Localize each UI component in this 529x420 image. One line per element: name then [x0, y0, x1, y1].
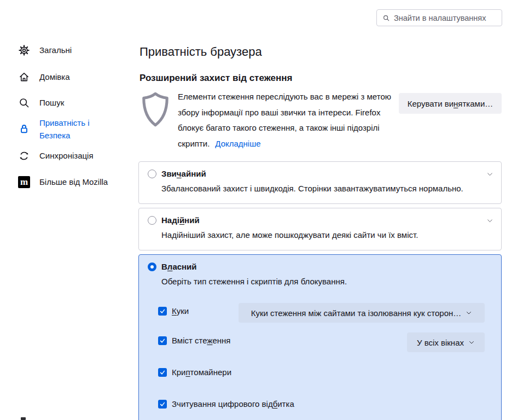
- sidebar-item-general[interactable]: Загальні: [18, 44, 72, 56]
- sidebar-item-label: Більше від Mozilla: [39, 176, 108, 188]
- chevron-down-icon: [466, 310, 472, 316]
- sidebar-item-label: Загальні: [39, 44, 72, 56]
- button-label-post: ятками…: [458, 99, 493, 108]
- button-label-accesskey: н: [454, 99, 458, 108]
- cookies-checkbox[interactable]: [158, 307, 167, 316]
- cookies-label: Куки: [172, 306, 189, 316]
- sidebar-item-label: Пошук: [39, 96, 64, 109]
- page-title: Приватність браузера: [139, 45, 262, 59]
- sidebar-item-label: Приватність і Безпека: [39, 116, 106, 142]
- option-description: Збалансований захист і швидкодія. Сторін…: [161, 184, 492, 193]
- sidebar-item-search[interactable]: Пошук: [18, 96, 64, 109]
- cookies-row: Куки: [158, 306, 189, 316]
- cryptominers-label: Криптомайнери: [172, 368, 231, 377]
- option-card-standard[interactable]: Звичайний Збалансований захист і швидкод…: [138, 161, 502, 204]
- tracking-content-checkbox[interactable]: [158, 336, 167, 345]
- chevron-down-icon: [468, 339, 475, 346]
- help-icon[interactable]: [21, 417, 26, 420]
- chevron-down-icon[interactable]: [486, 217, 493, 224]
- option-description: Надійніший захист, але може пошкоджувати…: [161, 230, 492, 240]
- cookies-dropdown-value: Куки стеження між сайтами та ізолювання …: [251, 308, 462, 318]
- option-card-strict[interactable]: Надійний Надійніший захист, але може пош…: [138, 208, 502, 250]
- sidebar-item-privacy-security[interactable]: Приватність і Безпека: [18, 116, 106, 142]
- mozilla-icon: m: [18, 176, 30, 188]
- sidebar-item-label: Синхронізація: [39, 149, 94, 162]
- lock-icon: [18, 123, 30, 135]
- sync-icon: [18, 150, 30, 162]
- sidebar-item-home[interactable]: Домівка: [18, 71, 70, 83]
- gear-icon: [18, 44, 30, 56]
- sidebar-item-more-from-mozilla[interactable]: m Більше від Mozilla: [18, 176, 108, 188]
- chevron-down-icon[interactable]: [486, 171, 493, 178]
- etp-description-text: Елементи стеження переслідують вас в мер…: [178, 92, 391, 148]
- shield-icon: [139, 91, 171, 128]
- option-label: Надійний: [161, 215, 200, 225]
- radio-custom[interactable]: [148, 262, 156, 271]
- fingerprinters-checkbox[interactable]: [158, 400, 167, 409]
- option-description: Оберіть тип стеження і скриптів для блок…: [161, 277, 492, 286]
- sidebar-item-label: Домівка: [39, 71, 70, 83]
- search-icon: [18, 97, 30, 109]
- section-heading: Розширений захист від стеження: [139, 73, 292, 84]
- main-content: Приватність браузера Розширений захист в…: [138, 0, 502, 420]
- radio-strict[interactable]: [148, 216, 156, 225]
- cryptominers-row: Криптомайнери: [158, 368, 231, 377]
- fingerprinters-label: Зчитування цифрового відбитка: [172, 399, 294, 409]
- cryptominers-checkbox[interactable]: [158, 368, 167, 377]
- option-label: Власний: [161, 262, 197, 271]
- sidebar-item-sync[interactable]: Синхронізація: [18, 149, 94, 162]
- tracking-content-dropdown-value: У всіх вікнах: [417, 338, 464, 347]
- tracking-content-label: Вміст стеження: [172, 336, 231, 345]
- option-label: Звичайний: [161, 169, 206, 178]
- radio-standard[interactable]: [148, 170, 156, 178]
- cookies-dropdown[interactable]: Куки стеження між сайтами та ізолювання …: [239, 303, 485, 323]
- home-icon: [18, 71, 30, 83]
- tracking-content-row: Вміст стеження: [158, 336, 231, 345]
- etp-description: Елементи стеження переслідують вас в мер…: [178, 89, 399, 151]
- learn-more-link[interactable]: Докладніше: [215, 139, 260, 148]
- tracking-content-dropdown[interactable]: У всіх вікнах: [407, 332, 485, 352]
- fingerprinters-row: Зчитування цифрового відбитка: [158, 399, 294, 409]
- option-card-custom[interactable]: Власний Оберіть тип стеження і скриптів …: [138, 254, 502, 420]
- manage-exceptions-button[interactable]: Керувати винятками…: [399, 93, 502, 114]
- button-label-pre: Керувати ви: [408, 99, 454, 108]
